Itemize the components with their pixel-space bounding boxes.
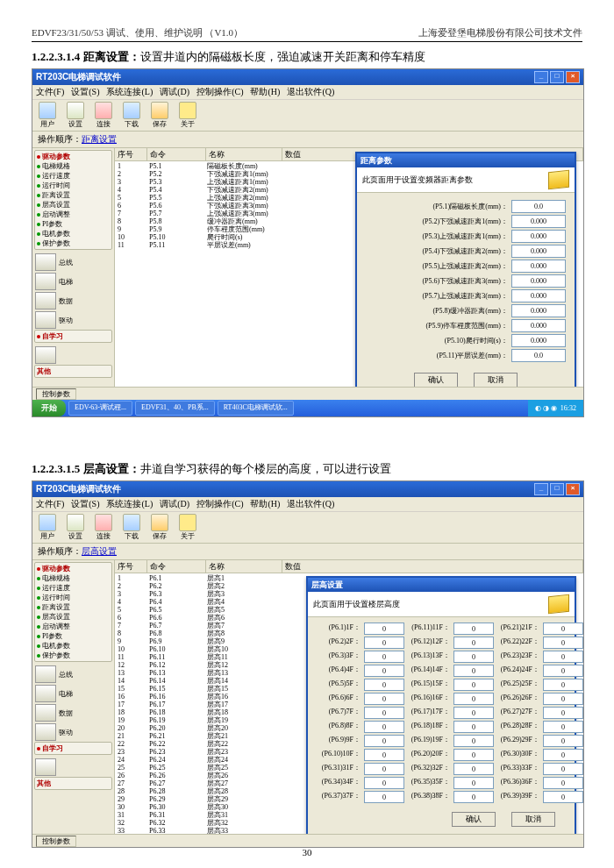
min-button[interactable]: _ [534,71,548,83]
field-input[interactable] [543,763,583,775]
field-input[interactable] [364,637,404,649]
field-input[interactable] [543,735,583,747]
min-button[interactable]: _ [534,483,548,495]
field-input[interactable] [511,245,566,258]
sidebar-icon-数据[interactable]: 数据 [34,703,112,722]
field-input[interactable] [543,777,583,789]
field-input[interactable] [364,623,404,635]
menu-item[interactable]: 设置(S) [71,85,99,99]
field-input[interactable] [543,721,583,733]
field-input[interactable] [543,679,583,691]
toolbar-用户[interactable]: 用户 [36,514,59,541]
field-input[interactable] [511,274,566,288]
field-input[interactable] [453,623,494,635]
max-button[interactable]: □ [550,71,564,83]
field-input[interactable] [453,637,494,649]
sidebar-item[interactable]: 电机参数 [37,229,110,238]
sidebar-item[interactable]: 运行速度 [37,171,110,181]
menu-item[interactable]: 退出软件(Q) [287,85,334,99]
field-input[interactable] [364,721,404,733]
field-input[interactable] [364,707,404,719]
field-input[interactable] [511,215,566,228]
sidebar-icon-总线[interactable]: 总线 [34,253,112,272]
field-input[interactable] [364,735,404,747]
field-input[interactable] [511,334,566,347]
toolbar-下载[interactable]: 下载 [120,514,143,541]
field-input[interactable] [511,260,566,273]
field-input[interactable] [453,735,494,747]
field-input[interactable] [364,777,404,789]
menu-item[interactable]: 控制操作(C) [196,497,243,511]
sidebar-item[interactable]: 启动调整 [37,210,110,219]
sidebar-item[interactable]: 层高设置 [37,200,110,210]
field-input[interactable] [364,665,404,677]
field-input[interactable] [364,693,404,705]
breadcrumb-current[interactable]: 距离设置 [82,134,117,144]
field-input[interactable] [453,749,494,761]
field-input[interactable] [543,693,583,705]
close-button[interactable]: × [566,71,580,83]
ok-button[interactable]: 确认 [414,373,458,387]
menu-item[interactable]: 退出软件(Q) [287,497,334,511]
field-input[interactable] [511,289,566,302]
sidebar-item[interactable]: 保护参数 [37,238,110,248]
sidebar-item[interactable]: 距离设置 [37,190,110,200]
menu-item[interactable]: 帮助(H) [250,85,280,99]
sidebar-icon-驱动[interactable]: 驱动 [34,310,112,330]
field-input[interactable] [511,200,566,213]
field-input[interactable] [453,777,494,789]
field-input[interactable] [543,707,583,719]
field-input[interactable] [511,304,566,317]
toolbar-连接[interactable]: 连接 [92,514,115,541]
field-input[interactable] [511,230,566,243]
toolbar-设置[interactable]: 设置 [64,514,87,541]
field-input[interactable] [453,763,494,775]
field-input[interactable] [364,763,404,775]
toolbar-关于[interactable]: 关于 [176,102,199,129]
field-input[interactable] [453,665,494,677]
cancel-button[interactable]: 取消 [511,812,555,827]
task-button[interactable]: EDVF31、40、PB系... [135,401,215,416]
menu-item[interactable]: 系统连接(L) [106,85,153,99]
sidebar-item[interactable]: 距离设置 [37,602,110,612]
sidebar-item[interactable]: 电机参数 [37,641,110,651]
toolbar-设置[interactable]: 设置 [64,102,87,129]
sidebar-item[interactable]: 电梯规格 [37,573,110,583]
toolbar-下载[interactable]: 下载 [120,102,143,129]
field-input[interactable] [364,651,404,663]
breadcrumb-current[interactable]: 层高设置 [82,546,117,556]
toolbar-关于[interactable]: 关于 [176,514,199,541]
field-input[interactable] [543,791,583,803]
sidebar-item[interactable]: 运行时间 [37,181,110,190]
field-input[interactable] [543,749,583,761]
field-input[interactable] [364,791,404,803]
menu-item[interactable]: 文件(F) [36,497,64,511]
field-input[interactable] [453,721,494,733]
toolbar-用户[interactable]: 用户 [36,102,59,129]
field-input[interactable] [453,791,494,803]
task-button[interactable]: EDV-63-调试程... [68,401,132,416]
close-button[interactable]: × [566,483,580,495]
field-input[interactable] [453,679,494,691]
task-button[interactable]: RT403C电梯调试软... [218,401,294,416]
toolbar-连接[interactable]: 连接 [92,102,115,129]
start-button[interactable]: 开始 [32,400,66,416]
field-input[interactable] [543,623,583,635]
field-input[interactable] [453,693,494,705]
menu-item[interactable]: 系统连接(L) [106,497,153,511]
menu-item[interactable]: 调试(D) [160,85,189,99]
toolbar-保存[interactable]: 保存 [148,514,171,541]
sidebar-item[interactable]: PI参数 [37,631,110,641]
menu-item[interactable]: 帮助(H) [250,497,280,511]
menu-item[interactable]: 文件(F) [36,85,64,99]
sidebar-icon-电梯[interactable]: 电梯 [34,272,112,291]
field-input[interactable] [453,651,494,663]
field-input[interactable] [543,651,583,663]
sidebar-item[interactable]: PI参数 [37,219,110,229]
sidebar-item[interactable]: 电梯规格 [37,161,110,171]
sidebar-item[interactable]: 保护参数 [37,651,110,660]
field-input[interactable] [453,707,494,719]
field-input[interactable] [543,665,583,677]
max-button[interactable]: □ [550,483,564,495]
ok-button[interactable]: 确认 [452,812,496,827]
